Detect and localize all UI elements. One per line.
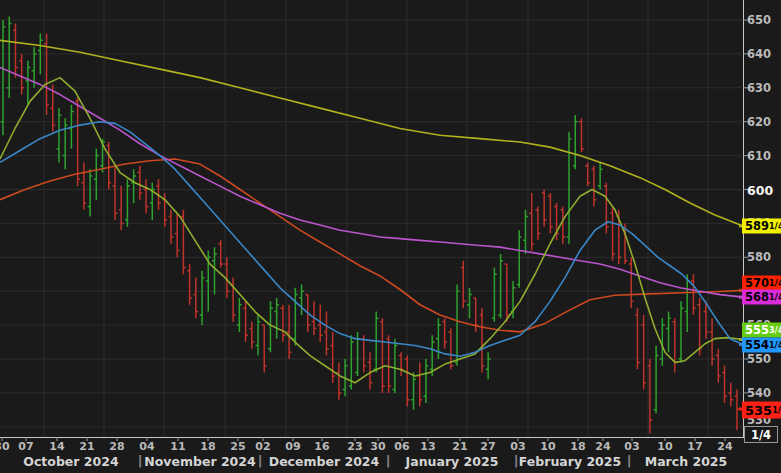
x-axis-day-label: 14 [49,440,64,453]
x-axis-day-label: 06 [394,440,409,453]
y-axis-label-540: 540 [747,386,771,400]
x-axis-day-label: 18 [200,440,215,453]
chart-plot-area[interactable] [0,0,781,473]
x-axis-day-label: 28 [109,440,124,453]
y-axis-label-580: 580 [747,250,771,264]
last-price-label: 5351/4 [742,402,781,419]
ma-blue-line [0,122,743,357]
x-axis-day-label: 24 [717,440,732,453]
y-axis-label-550: 550 [747,352,771,366]
x-axis-day-label: 02 [255,440,270,453]
x-axis-day-label: 10 [657,440,672,453]
month-label: January 2025 [406,454,499,469]
month-separator: | [138,453,143,468]
x-axis-day-label: 30 [370,440,385,453]
month-separator: | [258,453,263,468]
x-axis-day-label: 11 [170,440,185,453]
x-axis-day-label: 17 [687,440,702,453]
y-axis-label-630: 630 [747,81,771,95]
x-axis-day-label: 23 [347,440,362,453]
futures-price-chart: 6506406306206106005905805705605505405305… [0,0,781,473]
ma-magenta-price-label: 5681/4+ [742,290,781,305]
x-axis-day-label: 27 [480,440,495,453]
ma-green-price-label: 5553/4+ [742,323,781,338]
x-axis-day-label: 10 [540,440,555,453]
x-axis-day-label: 03 [510,440,525,453]
x-axis-day-label: 16 [314,440,329,453]
x-axis-day-label: 09 [285,440,300,453]
month-separator: | [627,453,632,468]
y-axis-label-620: 620 [747,115,771,129]
month-separator: | [514,453,519,468]
x-axis-day-label: 04 [139,440,154,453]
month-separator: | [386,453,391,468]
month-label: February 2025 [519,454,621,469]
x-axis-day-label: 30 [0,440,10,453]
x-axis-day-label: 03 [624,440,639,453]
x-axis-day-label: 25 [230,440,245,453]
x-axis-day-label: 18 [570,440,585,453]
x-axis-day-label: 21 [79,440,94,453]
ma-yellow-line [0,40,743,226]
y-axis-label-610: 610 [747,149,771,163]
x-axis-day-label: 24 [595,440,610,453]
month-label: March 2025 [645,454,728,469]
month-label: November 2024 [144,454,255,469]
tick-size-box: 1/4 [744,426,778,443]
x-axis-day-label: 21 [452,440,467,453]
month-label: December 2024 [269,454,380,469]
ma-red-price-label: 5701/4+ [742,276,781,291]
y-axis-label-650: 650 [747,13,771,27]
ma-blue-price-label: 5541/4+ [742,338,781,353]
ma-yellow-price-label: 5891/4+ [742,219,781,234]
y-axis-label-600: 600 [747,182,773,197]
x-axis-day-label: 07 [18,440,33,453]
month-label: October 2024 [23,454,118,469]
x-axis-day-label: 13 [420,440,435,453]
y-axis-label-640: 640 [747,47,771,61]
